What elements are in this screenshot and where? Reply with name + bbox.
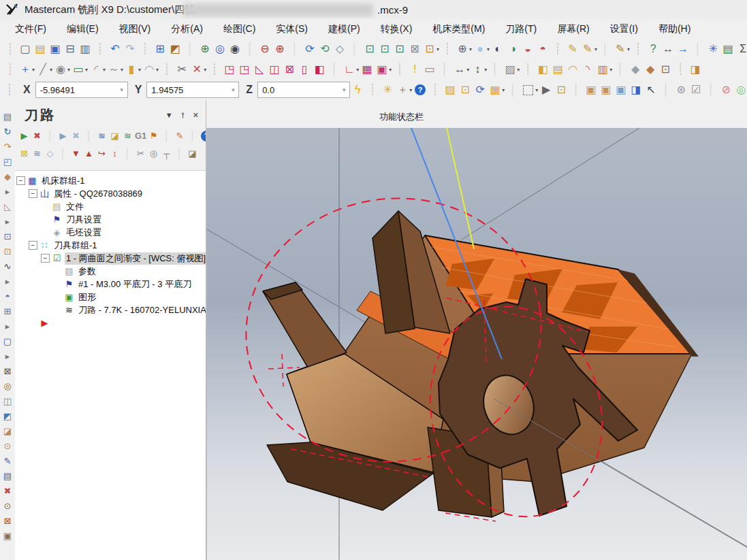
undo-icon[interactable]: ↶ xyxy=(108,40,123,58)
line-icon[interactable]: ╱ ▾ xyxy=(35,61,53,78)
iso-view-icon[interactable]: ⊡ xyxy=(362,40,377,58)
select-rotate-icon[interactable]: ⟳ xyxy=(473,81,488,99)
callout-icon[interactable]: ▭ xyxy=(422,61,437,78)
flyout-arrow-icon[interactable]: ▸ xyxy=(5,319,10,334)
remove-hidden-icon[interactable]: ◒ xyxy=(520,40,535,58)
save-icon[interactable]: ▣ xyxy=(48,40,63,58)
expander-icon[interactable]: − xyxy=(16,176,25,185)
drill2-icon[interactable]: ⊙ xyxy=(4,499,12,514)
prohibit-icon[interactable]: ⊘ xyxy=(718,81,733,99)
spline-icon[interactable]: ～ ▾ xyxy=(106,61,124,78)
shaded-icon[interactable]: ● ▾ xyxy=(473,40,490,58)
solid-tan-icon[interactable]: ◆ xyxy=(643,61,658,78)
surface-pour-icon[interactable]: ◓ xyxy=(5,289,10,304)
select-corner-icon[interactable]: ◩ xyxy=(3,409,12,424)
tree-item[interactable]: ⚑ #1 - M3.00 平底刀 - 3 平底刀 xyxy=(15,278,206,291)
close-icon[interactable]: ✕ xyxy=(193,111,199,120)
open-file-icon[interactable]: ▤ xyxy=(33,40,48,58)
redo-icon[interactable]: ↷ xyxy=(123,40,138,58)
expander-icon[interactable]: − xyxy=(29,241,37,250)
tree-item[interactable]: ◈ 毛坯设置 xyxy=(15,226,206,239)
merge-solids-icon[interactable]: ⊞ xyxy=(4,304,12,319)
menu-item[interactable]: 帮助(H) xyxy=(658,23,690,35)
combo-arrow-icon[interactable]: ▼ xyxy=(119,87,125,93)
note-light-icon[interactable]: ! xyxy=(407,61,422,78)
edit-operation-icon[interactable]: ✎ xyxy=(173,127,186,145)
tree-item[interactable]: ▤ 参数 xyxy=(15,265,206,278)
plane-axis-icon[interactable]: ∟ ▾ xyxy=(342,61,360,78)
dynamic-rotate-icon[interactable]: ⟲ xyxy=(317,40,332,58)
move-down-icon[interactable]: ▼ xyxy=(69,145,82,163)
zoom-box-icon[interactable]: ◎ xyxy=(3,379,11,394)
y-coordinate-input[interactable]: 1.94575 ▼ xyxy=(146,82,239,98)
menu-item[interactable]: 实体(S) xyxy=(276,23,308,35)
pour-box-icon[interactable]: ◰ xyxy=(3,154,12,169)
toolpath-display-icon[interactable]: ≋ xyxy=(31,145,44,163)
verify-icon[interactable]: ◪ xyxy=(108,127,121,145)
menu-item[interactable]: 分析(A) xyxy=(171,23,203,35)
machine-sim-icon[interactable]: ┬ xyxy=(160,145,173,163)
tree-item[interactable]: − 山 属性 - QQ2678038869 xyxy=(15,187,206,200)
wireframe-icon[interactable]: ⊕ ▾ xyxy=(455,40,473,58)
delete-x-icon[interactable]: ✖ xyxy=(4,484,12,499)
confirm-icon[interactable]: ◎ xyxy=(733,81,747,99)
move-up-icon[interactable]: ▲ xyxy=(82,145,95,163)
solid-gray-icon[interactable]: ◆ xyxy=(628,61,643,78)
select-cursor-icon[interactable]: ▶ xyxy=(539,81,554,99)
autocursor-config-icon[interactable]: ✳ xyxy=(380,81,395,99)
draft-angle-icon[interactable]: ◺ xyxy=(4,199,11,214)
solid-cube-icon[interactable]: ⊡ xyxy=(658,61,673,78)
curve-hook-icon[interactable]: ↷ xyxy=(4,139,12,154)
viewsheet-icon[interactable]: ▣ ▾ xyxy=(375,61,392,78)
menu-item[interactable]: 文件(F) xyxy=(15,23,46,35)
expander-icon[interactable]: − xyxy=(41,254,50,263)
dimension-h-icon[interactable]: ↔ ▾ xyxy=(452,61,470,78)
rotate-view-icon[interactable]: ⟳ xyxy=(302,40,317,58)
sweep-icon[interactable]: ∿ xyxy=(4,259,12,274)
validate-icon[interactable]: ☑ xyxy=(688,81,703,99)
zoom-in-icon[interactable]: ⊕ xyxy=(272,40,287,58)
surface-stack-icon[interactable]: ▤ xyxy=(3,110,12,125)
menu-item[interactable]: 视图(V) xyxy=(119,23,151,35)
pick-back-icon[interactable]: ▣ xyxy=(614,81,629,99)
zoom-out-icon[interactable]: ⊖ xyxy=(257,40,272,58)
zoom-selected-icon[interactable]: ◉ xyxy=(227,40,242,58)
toolpath-nesting-icon[interactable]: ✳ xyxy=(705,40,720,58)
view-preset-icon[interactable]: ⊡ ▾ xyxy=(422,40,440,58)
xform-roll-icon[interactable]: ▯ xyxy=(297,61,312,78)
book-pencil-icon[interactable]: ✎ xyxy=(4,454,12,469)
arc-icon[interactable]: ◉ ▾ xyxy=(53,61,71,78)
flyout-arrow-icon[interactable]: ▸ xyxy=(5,184,10,199)
tree-item[interactable]: ▶ xyxy=(15,316,206,329)
fillet-icon[interactable]: ◜ ▾ xyxy=(89,61,106,78)
display-only-selected-icon[interactable]: ◎ xyxy=(147,145,160,163)
gview-axes-icon[interactable]: ＋ ▾ xyxy=(395,81,413,99)
layout-grid-icon[interactable]: ◫ xyxy=(3,394,12,409)
print-icon[interactable]: ⊟ xyxy=(63,40,78,58)
solid-tan-icon[interactable]: ◆ xyxy=(4,169,11,184)
analyze-distance-icon[interactable]: ↔ xyxy=(661,40,676,58)
pin-icon[interactable]: ⊸ xyxy=(178,112,187,118)
combo-arrow-icon[interactable]: ▼ xyxy=(230,87,236,93)
wire-cube-icon[interactable]: ⊠ xyxy=(4,364,12,379)
tree-item[interactable]: − ☑ 1 - 两曲面之间渐变 - [WCS: 俯视图] xyxy=(15,252,206,265)
zoom-window-icon[interactable]: ⊕ xyxy=(197,40,212,58)
select-result-icon[interactable]: ⊡ xyxy=(458,81,473,99)
break-icon[interactable]: ✕ ▾ xyxy=(189,61,207,78)
menu-item[interactable]: 转换(X) xyxy=(381,23,413,35)
insert-arrow-icon[interactable]: ↪ xyxy=(95,145,108,163)
block-blue-icon[interactable]: ⊡ xyxy=(4,229,12,244)
xform-translate-icon[interactable]: ◳ xyxy=(222,61,237,78)
side-view-icon[interactable]: ⊡ xyxy=(392,40,407,58)
repaint-icon[interactable]: ◩ xyxy=(168,40,182,58)
select-undo-icon[interactable]: ↖ xyxy=(643,81,658,99)
surface-dome-icon[interactable]: ◠ xyxy=(565,61,580,78)
scroll-ops-icon[interactable]: ↕ xyxy=(108,145,121,163)
select-fill-icon[interactable]: ▦ ▾ xyxy=(488,81,505,99)
regen-selected-icon[interactable]: ▶ xyxy=(57,127,69,145)
flyout-arrow-icon[interactable]: ▸ xyxy=(5,274,10,289)
menu-item[interactable]: 刀路(T) xyxy=(505,23,537,35)
point-icon[interactable]: ＋ ▾ xyxy=(18,61,35,78)
pick-face-icon[interactable]: ▣ xyxy=(584,81,599,99)
new-file-icon[interactable]: ▢ xyxy=(18,40,33,58)
